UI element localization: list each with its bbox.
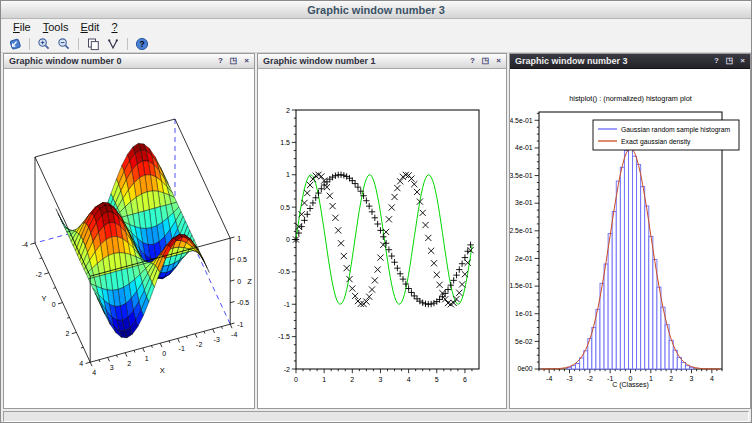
y-axis-label: Y (42, 294, 47, 303)
svg-text:0e00: 0e00 (517, 365, 532, 372)
svg-text:1: 1 (649, 375, 653, 382)
svg-text:1e-01: 1e-01 (515, 310, 533, 317)
svg-text:4: 4 (79, 360, 83, 367)
graphic-window-1-title: Graphic window number 1 (263, 56, 376, 66)
svg-text:1: 1 (237, 235, 241, 242)
svg-text:-1: -1 (179, 345, 185, 352)
svg-text:1: 1 (145, 355, 149, 362)
frame-help-icon[interactable]: ? (470, 57, 475, 65)
frame-close-icon[interactable]: × (244, 57, 249, 65)
graphic-window-0-body: -4-202443210-1-2-3-4-1-0.500.51YXZ (4, 70, 254, 408)
x-axis-label: C (Classes) (612, 381, 649, 389)
toolbar-separator (127, 38, 128, 50)
chart-title: histplot() : (normalized) histogram plot (569, 94, 691, 103)
frame-detach-icon[interactable]: ◳ (482, 57, 490, 65)
frame-close-icon[interactable]: × (496, 57, 501, 65)
frame-help-icon[interactable]: ? (714, 57, 719, 65)
rotate-icon (106, 37, 120, 51)
svg-text:-4: -4 (231, 331, 237, 338)
svg-text:1.5e-01: 1.5e-01 (510, 282, 533, 289)
z-axis-label: Z (247, 277, 252, 286)
svg-text:-3: -3 (566, 375, 572, 382)
svg-text:2: 2 (350, 376, 354, 383)
zoom-out-icon (57, 37, 71, 51)
frame-detach-icon[interactable]: ◳ (726, 57, 734, 65)
window-title: Graphic window number 3 (307, 4, 445, 16)
copy-icon (86, 37, 100, 51)
graphic-window-0: Graphic window number 0 ? ◳ × -4-2024432… (3, 53, 255, 409)
histogram-plot-canvas[interactable]: histplot() : (normalized) histogram plot… (510, 70, 750, 408)
graphic-window-1-body: 0123456-2-1.5-1-0.500.511.52 (258, 70, 506, 408)
svg-text:2e-01: 2e-01 (515, 255, 533, 262)
svg-text:3.5e-01: 3.5e-01 (510, 172, 533, 179)
svg-text:2: 2 (65, 330, 69, 337)
svg-text:5e-02: 5e-02 (515, 338, 533, 345)
svg-text:0: 0 (52, 301, 56, 308)
svg-text:2.5e-01: 2.5e-01 (510, 227, 533, 234)
frame-controls: ? ◳ × (218, 57, 249, 65)
scilab-graphic-window: Graphic window number 3 FileToolsEdit? (0, 0, 752, 423)
svg-text:4: 4 (407, 376, 411, 383)
x-axis-label: X (160, 366, 165, 375)
rotate-button[interactable] (103, 36, 123, 52)
graphic-window-0-header[interactable]: Graphic window number 0 ? ◳ × (4, 54, 254, 69)
svg-text:-4: -4 (22, 241, 28, 248)
frame-controls: ? ◳ × (714, 57, 745, 65)
graphic-window-3-header[interactable]: Graphic window number 3 ? ◳ × (510, 54, 750, 69)
frame-help-icon[interactable]: ? (218, 57, 223, 65)
svg-text:?: ? (139, 39, 144, 49)
svg-text:1.5: 1.5 (280, 139, 290, 146)
svg-text:-2: -2 (587, 375, 593, 382)
zoom-out-button[interactable] (54, 36, 74, 52)
svg-text:5: 5 (435, 376, 439, 383)
menu-item-help[interactable]: ? (105, 21, 123, 33)
export-button[interactable] (5, 36, 25, 52)
copy-button[interactable] (83, 36, 103, 52)
graphic-window-1: Graphic window number 1 ? ◳ × 0123456-2-… (257, 53, 507, 409)
svg-text:-1: -1 (284, 301, 290, 308)
svg-text:3e-01: 3e-01 (515, 199, 533, 206)
svg-text:0: 0 (162, 350, 166, 357)
svg-text:4.5e-01: 4.5e-01 (510, 117, 533, 124)
zoom-in-button[interactable] (34, 36, 54, 52)
svg-text:1: 1 (286, 171, 290, 178)
svg-text:-4: -4 (546, 375, 552, 382)
sine-curves-plot-canvas[interactable]: 0123456-2-1.5-1-0.500.511.52 (258, 70, 506, 408)
toolbar-separator (29, 38, 30, 50)
toolbar-separator (78, 38, 79, 50)
status-bar (3, 411, 749, 422)
export-icon (8, 37, 22, 51)
svg-text:2: 2 (286, 107, 290, 114)
svg-text:4e-01: 4e-01 (515, 144, 533, 151)
svg-text:Gaussian random sample histogr: Gaussian random sample histogram (621, 126, 731, 134)
svg-text:0.5: 0.5 (237, 256, 247, 263)
surface3d-plot-canvas[interactable]: -4-202443210-1-2-3-4-1-0.500.51YXZ (4, 70, 254, 408)
frame-detach-icon[interactable]: ◳ (230, 57, 238, 65)
svg-text:0: 0 (286, 236, 290, 243)
graphic-window-1-header[interactable]: Graphic window number 1 ? ◳ × (258, 54, 506, 69)
svg-text:3: 3 (379, 376, 383, 383)
zoom-in-icon (37, 37, 51, 51)
graphic-window-3: Graphic window number 3 ? ◳ × histplot()… (509, 53, 751, 409)
help-button[interactable]: ? (132, 36, 152, 52)
svg-text:-2: -2 (196, 341, 202, 348)
frame-close-icon[interactable]: × (740, 57, 745, 65)
legend: Gaussian random sample histogramExact ga… (593, 120, 739, 150)
svg-text:6: 6 (463, 376, 467, 383)
svg-text:0: 0 (237, 278, 241, 285)
svg-text:2: 2 (669, 375, 673, 382)
svg-text:4: 4 (92, 369, 96, 376)
menu-item-file[interactable]: File (7, 21, 37, 33)
svg-text:1: 1 (322, 376, 326, 383)
svg-text:-0.5: -0.5 (237, 299, 249, 306)
graphic-window-0-title: Graphic window number 0 (9, 56, 122, 66)
svg-text:4: 4 (710, 375, 714, 382)
help-icon: ? (135, 37, 149, 51)
menu-item-edit[interactable]: Edit (74, 21, 105, 33)
graphic-window-3-body: histplot() : (normalized) histogram plot… (510, 70, 750, 408)
svg-text:-1: -1 (237, 321, 243, 328)
window-titlebar[interactable]: Graphic window number 3 (1, 1, 751, 19)
toolbar: ? (1, 35, 751, 53)
svg-text:-2: -2 (36, 271, 42, 278)
menu-item-tools[interactable]: Tools (37, 21, 75, 33)
